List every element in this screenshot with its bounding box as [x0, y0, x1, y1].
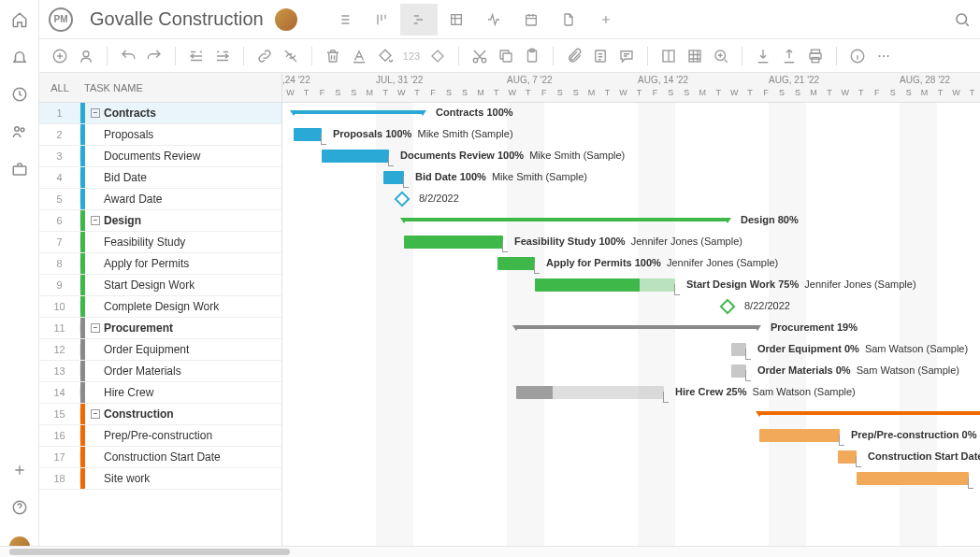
gantt-row[interactable]: Documents Review 100% Mike Smith (Sample…	[282, 146, 980, 167]
home-icon[interactable]	[11, 11, 28, 28]
task-row[interactable]: 1−Contracts	[39, 103, 281, 124]
more-icon[interactable]	[874, 47, 893, 65]
indent-icon[interactable]	[213, 47, 232, 65]
svg-rect-5	[451, 14, 461, 24]
svg-rect-17	[689, 50, 700, 62]
search-icon[interactable]	[954, 11, 971, 28]
clock-icon[interactable]	[11, 86, 28, 103]
outdent-icon[interactable]	[187, 47, 206, 65]
cut-icon[interactable]	[470, 47, 489, 65]
export-icon[interactable]	[780, 47, 799, 65]
notes-icon[interactable]	[591, 47, 610, 65]
timeline-header: ,24 '22JUL, 31 '22AUG, 7 '22AUG, 14 '22A…	[282, 73, 980, 103]
task-row[interactable]: 10Complete Design Work	[39, 296, 281, 318]
task-row[interactable]: 7Feasibility Study	[39, 232, 281, 253]
fill-icon[interactable]	[376, 47, 395, 65]
columns-icon[interactable]	[659, 47, 678, 65]
column-task-name[interactable]: TASK NAME	[80, 82, 281, 93]
comment-icon[interactable]	[617, 47, 636, 65]
svg-rect-21	[812, 57, 819, 62]
gantt-row[interactable]: Feasibility Study 100% Jennifer Jones (S…	[282, 232, 980, 253]
view-gantt-icon[interactable]	[400, 4, 438, 36]
link-icon[interactable]	[255, 47, 274, 65]
app-logo[interactable]: PM	[49, 7, 73, 32]
bell-icon[interactable]	[11, 49, 28, 65]
copy-icon[interactable]	[497, 47, 515, 65]
priority-icon[interactable]	[428, 47, 447, 65]
import-icon[interactable]	[754, 47, 772, 65]
collapse-icon[interactable]: −	[91, 409, 100, 419]
briefcase-icon[interactable]	[11, 161, 28, 178]
svg-rect-12	[503, 53, 512, 62]
gantt-row[interactable]: Construction Start Date 0%	[282, 447, 980, 468]
unlink-icon[interactable]	[281, 47, 300, 65]
view-list-icon[interactable]	[325, 4, 363, 36]
help-icon[interactable]	[11, 499, 28, 516]
view-board-icon[interactable]	[363, 4, 400, 36]
text-style-icon[interactable]	[350, 47, 368, 65]
task-row[interactable]: 3Documents Review	[39, 146, 281, 167]
bottom-scrollbar[interactable]	[0, 546, 980, 557]
gantt-row[interactable]: Contracts 100%	[282, 103, 980, 124]
gantt-row[interactable]: Order Materials 0% Sam Watson (Sample)	[282, 361, 980, 382]
task-row[interactable]: 4Bid Date	[39, 167, 281, 189]
task-row[interactable]: 13Order Materials	[39, 361, 281, 382]
gantt-row[interactable]	[282, 404, 980, 425]
task-row[interactable]: 5Award Date	[39, 189, 281, 210]
gantt-row[interactable]: 8/2/2022	[282, 189, 980, 210]
task-row[interactable]: 8Apply for Permits	[39, 253, 281, 275]
gantt-row[interactable]: Hire Crew 25% Sam Watson (Sample)	[282, 382, 980, 404]
gantt-row[interactable]: Prep/Pre-construction 0%	[282, 425, 980, 447]
collapse-icon[interactable]: −	[91, 323, 100, 333]
view-add-icon[interactable]	[587, 4, 625, 36]
view-sheet-icon[interactable]	[438, 4, 475, 36]
number-icon[interactable]: 123	[402, 47, 421, 65]
task-row[interactable]: 2Proposals	[39, 124, 281, 146]
task-row[interactable]: 11−Procurement	[39, 318, 281, 339]
task-row[interactable]: 6−Design	[39, 210, 281, 232]
task-row[interactable]: 18Site work	[39, 468, 281, 490]
redo-icon[interactable]	[145, 47, 164, 65]
gantt-row[interactable]: Start Design Work 75% Jennifer Jones (Sa…	[282, 275, 980, 296]
gantt-row[interactable]: Order Equipment 0% Sam Watson (Sample)	[282, 339, 980, 361]
collapse-icon[interactable]: −	[91, 216, 100, 225]
view-calendar-icon[interactable]	[512, 4, 550, 36]
attachment-icon[interactable]	[565, 47, 584, 65]
gantt-row[interactable]	[282, 468, 980, 490]
task-row[interactable]: 17Construction Start Date	[39, 447, 281, 468]
svg-point-24	[883, 54, 885, 56]
gantt-area[interactable]: ,24 '22JUL, 31 '22AUG, 7 '22AUG, 14 '22A…	[282, 73, 980, 557]
task-row[interactable]: 16Prep/Pre-construction	[39, 425, 281, 447]
svg-rect-6	[526, 15, 536, 25]
zoom-icon[interactable]	[712, 47, 730, 65]
task-row[interactable]: 12Order Equipment	[39, 339, 281, 361]
add-task-icon[interactable]	[50, 47, 69, 65]
toolbar: 123	[39, 39, 980, 73]
people-icon[interactable]	[11, 123, 28, 140]
gantt-row[interactable]: Apply for Permits 100% Jennifer Jones (S…	[282, 253, 980, 275]
plus-icon[interactable]	[11, 462, 28, 478]
print-icon[interactable]	[806, 47, 825, 65]
svg-point-11	[482, 58, 486, 63]
info-icon[interactable]	[848, 47, 867, 65]
column-all[interactable]: ALL	[39, 82, 80, 93]
task-row[interactable]: 14Hire Crew	[39, 382, 281, 404]
view-activity-icon[interactable]	[475, 4, 512, 36]
gantt-row[interactable]: Procurement 19%	[282, 318, 980, 339]
assign-icon[interactable]	[77, 47, 95, 65]
svg-rect-3	[13, 166, 26, 175]
gantt-row[interactable]: Proposals 100% Mike Smith (Sample)	[282, 124, 980, 146]
header: PM Govalle Construction	[39, 0, 980, 39]
undo-icon[interactable]	[119, 47, 137, 65]
view-file-icon[interactable]	[550, 4, 587, 36]
gantt-row[interactable]: 8/22/2022	[282, 296, 980, 318]
task-row[interactable]: 15−Construction	[39, 404, 281, 425]
task-row[interactable]: 9Start Design Work	[39, 275, 281, 296]
grid-icon[interactable]	[685, 47, 704, 65]
paste-icon[interactable]	[523, 47, 541, 65]
gantt-row[interactable]: Design 80%	[282, 210, 980, 232]
gantt-row[interactable]: Bid Date 100% Mike Smith (Sample)	[282, 167, 980, 189]
trash-icon[interactable]	[324, 47, 342, 65]
collapse-icon[interactable]: −	[91, 108, 100, 118]
project-avatar[interactable]	[275, 8, 297, 31]
